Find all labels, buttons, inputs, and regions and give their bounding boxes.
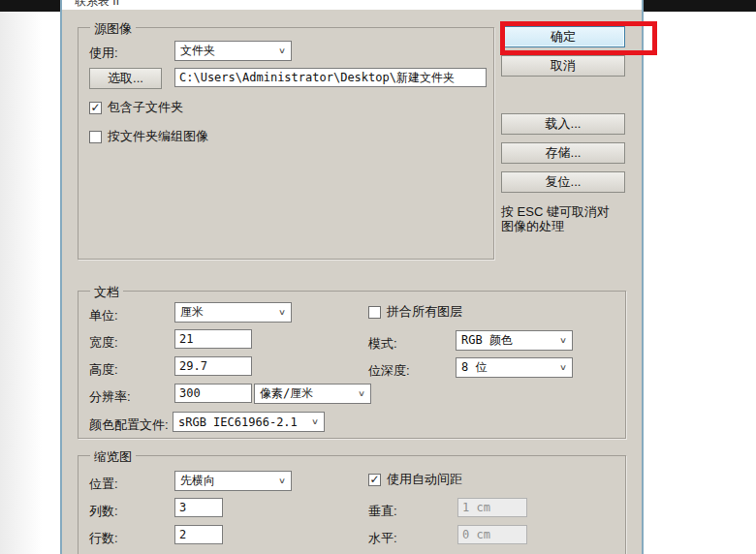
vertical-label: 垂直:	[368, 503, 397, 520]
chevron-down-icon: ∨	[278, 308, 286, 316]
check-icon: ✓	[369, 474, 379, 485]
checkbox-box: ✓	[89, 102, 102, 114]
top-chrome-left	[0, 0, 60, 12]
unit-dropdown-value: 厘米	[180, 304, 204, 321]
save-button[interactable]: 存储...	[501, 142, 625, 164]
document-group-label: 文档	[90, 284, 123, 301]
auto-spacing-checkbox[interactable]: ✓ 使用自动间距	[368, 471, 462, 488]
height-input[interactable]	[174, 356, 252, 376]
source-path-field[interactable]	[174, 68, 487, 87]
chevron-down-icon: ∨	[559, 336, 567, 344]
checkbox-box	[89, 131, 102, 143]
resolution-input[interactable]	[174, 384, 252, 403]
choose-button[interactable]: 选取...	[89, 68, 162, 89]
canvas-left-strip	[0, 12, 60, 554]
rows-input[interactable]	[174, 525, 223, 544]
horizontal-label: 水平:	[368, 530, 397, 547]
use-label: 使用:	[89, 45, 118, 62]
place-dropdown[interactable]: 先横向 ∨	[174, 471, 292, 491]
mode-dropdown-value: RGB 颜色	[461, 332, 513, 349]
columns-input[interactable]	[174, 498, 223, 517]
canvas-right-strip	[644, 12, 756, 554]
bit-depth-dropdown[interactable]: 8 位 ∨	[456, 357, 573, 378]
chevron-down-icon: ∨	[358, 389, 365, 397]
reset-button[interactable]: 复位...	[501, 171, 625, 193]
width-input[interactable]	[174, 329, 252, 349]
bit-depth-label: 位深度:	[368, 362, 410, 380]
esc-hint-line1: 按 ESC 键可取消对	[501, 204, 637, 219]
dialog-titlebar: 联系表 II	[62, 0, 642, 10]
flatten-layers-checkbox[interactable]: 拼合所有图层	[368, 303, 462, 321]
chevron-down-icon: ∨	[311, 417, 319, 425]
height-label: 高度:	[89, 361, 118, 379]
place-dropdown-value: 先横向	[180, 473, 215, 489]
chevron-down-icon: ∨	[559, 363, 567, 371]
source-images-group-label: 源图像	[90, 20, 136, 38]
esc-hint-line2: 图像的处理	[501, 219, 637, 233]
resolution-unit-value: 像素/厘米	[260, 385, 313, 402]
horizontal-spacing-input	[457, 525, 527, 544]
color-profile-value: sRGB IEC61966-2.1	[178, 416, 298, 429]
group-by-folder-checkbox[interactable]: 按文件夹编组图像	[89, 128, 208, 145]
dialog-title: 联系表 II	[75, 0, 119, 8]
color-profile-label: 颜色配置文件:	[89, 416, 169, 434]
check-icon: ✓	[90, 102, 100, 113]
group-by-folder-label: 按文件夹编组图像	[108, 128, 208, 145]
top-chrome-right	[644, 0, 756, 12]
include-subfolders-label: 包含子文件夹	[108, 99, 183, 116]
unit-label: 单位:	[89, 307, 118, 324]
rows-label: 行数:	[89, 530, 118, 547]
include-subfolders-checkbox[interactable]: ✓ 包含子文件夹	[89, 99, 183, 116]
flatten-layers-label: 拼合所有图层	[387, 303, 462, 321]
vertical-spacing-input	[457, 498, 527, 517]
chevron-down-icon: ∨	[278, 46, 286, 54]
use-dropdown-value: 文件夹	[180, 43, 215, 59]
mode-dropdown[interactable]: RGB 颜色 ∨	[456, 330, 573, 351]
columns-label: 列数:	[89, 503, 118, 520]
mode-label: 模式:	[368, 335, 397, 353]
color-profile-dropdown[interactable]: sRGB IEC61966-2.1 ∨	[173, 412, 325, 432]
resolution-label: 分辨率:	[89, 388, 131, 406]
use-dropdown[interactable]: 文件夹 ∨	[174, 41, 292, 61]
checkbox-box: ✓	[368, 474, 381, 486]
cancel-button[interactable]: 取消	[501, 55, 625, 77]
ok-highlight-annotation	[500, 21, 657, 55]
load-button[interactable]: 载入...	[501, 113, 625, 135]
photoshop-screen: 联系表 II 源图像 使用: 文件夹 ∨ 选取... ✓ 包含子文件夹 按文件夹…	[0, 0, 756, 554]
thumbnails-group-label: 缩览图	[90, 448, 136, 466]
chevron-down-icon: ∨	[278, 477, 286, 484]
esc-hint: 按 ESC 键可取消对 图像的处理	[501, 204, 637, 233]
width-label: 宽度:	[89, 334, 118, 352]
unit-dropdown[interactable]: 厘米 ∨	[174, 302, 292, 323]
place-label: 位置:	[89, 476, 118, 493]
resolution-unit-dropdown[interactable]: 像素/厘米 ∨	[254, 384, 371, 404]
bit-depth-value: 8 位	[461, 359, 487, 376]
contact-sheet-dialog: 联系表 II 源图像 使用: 文件夹 ∨ 选取... ✓ 包含子文件夹 按文件夹…	[60, 0, 644, 554]
checkbox-box	[368, 306, 381, 319]
thumbnails-group	[78, 455, 626, 554]
auto-spacing-label: 使用自动间距	[387, 471, 462, 488]
